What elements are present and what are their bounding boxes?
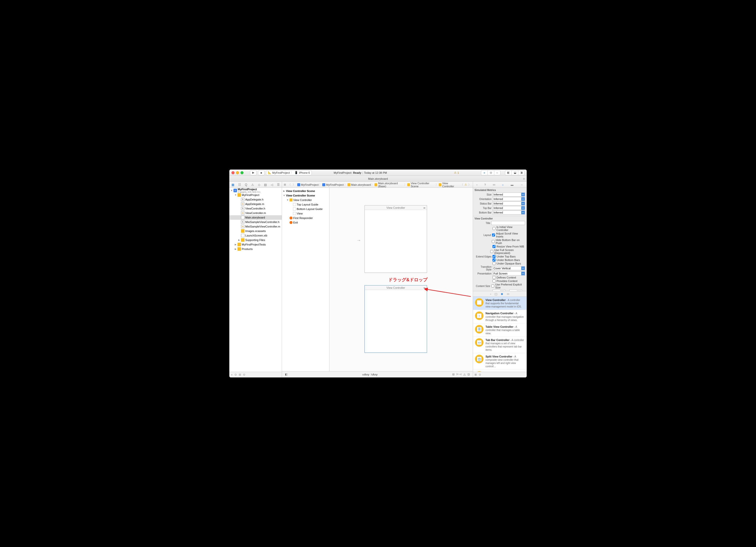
lib-navigation-controller[interactable]: ‹Navigation Controller - A controller th…	[473, 310, 527, 323]
defines-context-checkbox[interactable]	[493, 276, 495, 279]
adjust-insets-checkbox[interactable]	[492, 233, 495, 237]
provides-context-checkbox[interactable]	[493, 279, 495, 283]
scm-icon[interactable]: ⊙	[243, 373, 245, 376]
standard-editor-button[interactable]: ≡	[481, 170, 487, 175]
minimize-button[interactable]	[236, 171, 239, 174]
lib-view-controller[interactable]: View Controller - A controller that supp…	[473, 297, 527, 310]
hide-bottom-checkbox[interactable]	[492, 240, 495, 243]
project-navigator-icon[interactable]: ▦	[231, 183, 234, 187]
jump-seg-0[interactable]: MyFirstProject	[297, 183, 319, 186]
file-Supporting Files[interactable]: ▶Supporting Files	[229, 238, 282, 242]
zoom-button[interactable]	[241, 171, 243, 174]
file-LaunchScreen.xib[interactable]: LaunchScreen.xib	[229, 233, 282, 238]
jump-seg-2[interactable]: Main.storyboard	[347, 183, 371, 186]
storyboard-canvas[interactable]: View Controller▬ → View Controller▬ ドラッグ…	[329, 188, 473, 371]
close-button[interactable]	[231, 171, 235, 174]
file-ViewController.m[interactable]: mViewController.m	[229, 211, 282, 215]
connections-inspector-icon[interactable]: →	[520, 183, 523, 186]
jump-seg-1[interactable]: MyFirstProject	[322, 183, 344, 186]
resize-nib-checkbox[interactable]	[493, 245, 495, 248]
issue-navigator-icon[interactable]: ⚠	[251, 183, 254, 187]
jump-seg-4[interactable]: View Controller Scene	[407, 182, 435, 188]
assistant-editor-button[interactable]: ◎	[487, 170, 494, 175]
quick-help-icon[interactable]: ?	[484, 183, 486, 186]
jump-seg-5[interactable]: View Controller	[438, 182, 459, 188]
outline-View Controller Scene[interactable]: ▼View Controller Scene	[282, 193, 329, 198]
lib-page-view-controller[interactable]: ▯Page View Controller - Presents a seque…	[473, 370, 527, 372]
outline-Top Layout Guide[interactable]: Top Layout Guide	[282, 202, 329, 207]
object-library-icon[interactable]: ◉	[501, 292, 503, 295]
outline-Exit[interactable]: Exit	[282, 220, 329, 225]
toggle-navigator-button[interactable]: ◧	[505, 170, 511, 175]
size-inspector-icon[interactable]: ▬	[511, 183, 513, 186]
file-Main.storyboard[interactable]: Main.storyboard	[229, 215, 282, 220]
view-controller-2[interactable]: View Controller▬	[365, 285, 427, 353]
toggle-utilities-button[interactable]: ◨	[518, 170, 525, 175]
outline-toggle-button[interactable]: ◧	[284, 373, 289, 376]
symbol-navigator-icon[interactable]: ☷	[238, 183, 241, 187]
bottombar-select[interactable]: Inferred▾	[493, 211, 525, 215]
add-button[interactable]: +	[231, 373, 233, 376]
outline-First Responder[interactable]: First Responder	[282, 216, 329, 220]
forward-button[interactable]: 〉	[292, 183, 296, 187]
jump-prev-button[interactable]: 〈	[460, 183, 464, 187]
tab-main-storyboard[interactable]: Main.storyboard	[368, 177, 388, 180]
back-button[interactable]: 〈	[287, 183, 291, 187]
presentation-select[interactable]: Full Screen▾	[493, 271, 525, 275]
stop-button[interactable]: ■	[258, 170, 265, 175]
lib-table-view-controller[interactable]: ☰Table View Controller - A controller th…	[473, 323, 527, 337]
project-root[interactable]: ▼A MyFirstProject2 targets, iOS SDK 8.1	[229, 188, 282, 193]
document-outline[interactable]: ▶View Controller Scene▼View Controller S…	[282, 188, 329, 371]
jump-next-button[interactable]: 〉	[467, 183, 472, 187]
outline-Bottom Layout Guide[interactable]: Bottom Layout Guide	[282, 207, 329, 211]
view-controller-1[interactable]: View Controller▬	[365, 205, 427, 273]
code-snippet-icon[interactable]: { }	[495, 293, 497, 295]
outline-View Controller[interactable]: ▼View Controller	[282, 198, 329, 202]
toggle-debug-button[interactable]: ⬓	[511, 170, 518, 175]
report-navigator-icon[interactable]: ☰	[277, 183, 280, 187]
statusbar-select[interactable]: Inferred▾	[493, 201, 525, 205]
file-MyFirstProject[interactable]: ▼MyFirstProject	[229, 193, 282, 197]
size-select[interactable]: Inferred▾	[493, 193, 525, 197]
file-AppDelegate.h[interactable]: hAppDelegate.h	[229, 197, 282, 202]
file-MixiSampleViewController.h[interactable]: hMixiSampleViewController.h	[229, 220, 282, 224]
under-top-checkbox[interactable]	[493, 255, 495, 258]
outline-View[interactable]: View	[282, 211, 329, 216]
file-MixiSampleViewController.m[interactable]: mMixiSampleViewController.m	[229, 224, 282, 229]
filter-icon[interactable]: ⊟	[239, 373, 241, 376]
transition-select[interactable]: Cover Vertical▾	[493, 266, 525, 270]
lib-split-view-controller[interactable]: ◫Split View Controller - A composite vie…	[473, 353, 527, 370]
breakpoint-navigator-icon[interactable]: ◁	[271, 183, 273, 187]
opaque-checkbox[interactable]	[493, 262, 495, 265]
debug-navigator-icon[interactable]: ▤	[264, 183, 267, 187]
orientation-select[interactable]: Inferred▾	[493, 197, 525, 201]
related-items-icon[interactable]: ⊞	[283, 183, 287, 186]
file-MyFirstProjectTests[interactable]: ▶MyFirstProjectTests	[229, 242, 282, 247]
media-library-icon[interactable]: ▭	[507, 292, 509, 295]
topbar-select[interactable]: Inferred▾	[493, 206, 525, 210]
align-button[interactable]: ⊟	[451, 373, 455, 376]
file-ViewController.h[interactable]: hViewController.h	[229, 206, 282, 211]
warning-icon[interactable]: ⚠	[454, 171, 457, 174]
scheme-selector[interactable]: 📐MyFirstProject〉 📱iPhone 6	[266, 170, 312, 175]
run-button[interactable]: ▶	[250, 170, 257, 175]
resize-button[interactable]: ⊡	[467, 373, 471, 376]
version-editor-button[interactable]: ↔	[494, 170, 501, 175]
filter-icon[interactable]: ⊙	[479, 373, 481, 376]
outline-View Controller Scene[interactable]: ▶View Controller Scene	[282, 189, 329, 193]
identity-inspector-icon[interactable]: ▭	[493, 183, 495, 186]
find-navigator-icon[interactable]: Q	[245, 183, 247, 187]
test-navigator-icon[interactable]: ◇	[258, 183, 260, 187]
lib-tab-bar-controller[interactable]: ▭Tab Bar Controller - A controller that …	[473, 337, 527, 353]
fullscreen-checkbox[interactable]	[490, 250, 493, 253]
file-inspector-icon[interactable]: ▫	[477, 183, 477, 186]
file-AppDelegate.m[interactable]: mAppDelegate.m	[229, 202, 282, 206]
title-input[interactable]	[491, 221, 525, 225]
resolve-button[interactable]: △	[463, 373, 467, 376]
warning-count[interactable]: 1	[457, 171, 459, 174]
file-template-icon[interactable]: ▫	[490, 293, 491, 295]
initial-vc-checkbox[interactable]	[493, 227, 495, 230]
library-list[interactable]: View Controller - A controller that supp…	[473, 297, 527, 372]
project-tree[interactable]: ▼A MyFirstProject2 targets, iOS SDK 8.1 …	[229, 188, 282, 372]
pin-button[interactable]: ⊢⊣	[455, 373, 463, 376]
